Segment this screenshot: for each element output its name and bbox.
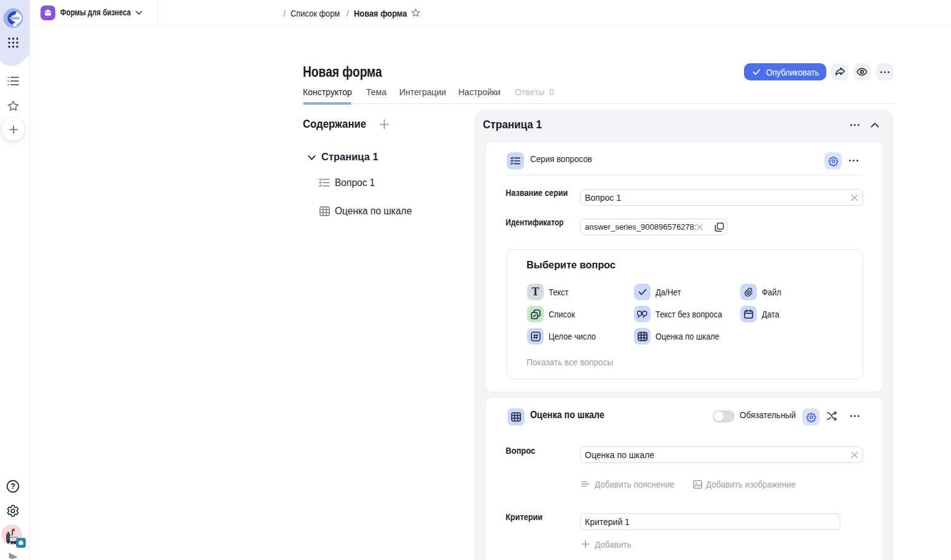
svg-text:?: ? xyxy=(10,482,15,491)
